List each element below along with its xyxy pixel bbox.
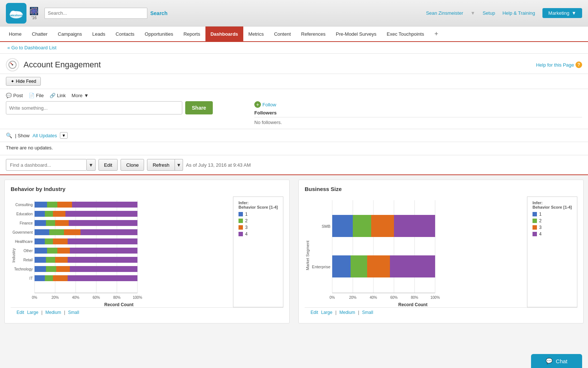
legend-swatch-3 <box>239 225 243 230</box>
svg-text:100%: 100% <box>133 296 142 300</box>
dashboard-icon <box>6 58 19 71</box>
behavior-edit-link[interactable]: Edit <box>17 310 24 315</box>
salesforce-cloud-icon: salesforce <box>9 8 24 18</box>
svg-rect-50 <box>35 257 46 263</box>
nav-campaigns[interactable]: Campaigns <box>53 26 87 41</box>
business-edit-link[interactable]: Edit <box>311 310 318 315</box>
page-title-area: Account Engagement <box>6 58 101 71</box>
business-chart-inner: Market Segment 0% 20% 40% 60% 80% 100% <box>305 197 577 307</box>
breadcrumb-link[interactable]: « Go to Dashboard List <box>7 45 57 50</box>
svg-rect-23 <box>72 202 137 208</box>
dashboard-search-wrapper: ▼ <box>6 159 96 171</box>
clone-button[interactable]: Clone <box>121 159 144 171</box>
nav-metrics[interactable]: Metrics <box>243 26 269 41</box>
svg-rect-42 <box>53 238 68 244</box>
search-button[interactable]: Search <box>150 10 168 16</box>
behavior-chart-svg: Industry 0% 20% 40% 60% 80% 100% <box>11 197 227 307</box>
more-button[interactable]: More ▼ <box>72 93 89 98</box>
business-large-link[interactable]: Large <box>321 310 333 315</box>
nav-home[interactable]: Home <box>4 26 27 41</box>
dashboard-search-dropdown[interactable]: ▼ <box>87 159 96 171</box>
svg-point-5 <box>12 64 13 66</box>
behavior-bar-chart: Industry 0% 20% 40% 60% 80% 100% <box>11 197 165 300</box>
svg-rect-27 <box>53 211 65 217</box>
behavior-small-link[interactable]: Small <box>68 310 79 315</box>
post-icon: 💬 <box>6 93 12 98</box>
nav-chatter[interactable]: Chatter <box>27 26 53 41</box>
legend-item-1: 1 <box>239 212 278 217</box>
svg-text:Enterprise: Enterprise <box>312 265 330 269</box>
nav-plus[interactable]: + <box>429 26 444 41</box>
chatter-area: 💬 Post 📄 File 🔗 Link More ▼ Share + Foll… <box>0 89 588 129</box>
nav-opportunities[interactable]: Opportunities <box>140 26 178 41</box>
nav-contacts[interactable]: Contacts <box>111 26 140 41</box>
marketing-dropdown-icon: ▼ <box>571 10 576 16</box>
business-chart-title: Business Size <box>305 186 577 192</box>
business-medium-link[interactable]: Medium <box>340 310 355 315</box>
svg-rect-85 <box>351 255 367 277</box>
no-followers-text: No followers. <box>254 120 582 125</box>
feed-section: ✦ Hide Feed <box>0 74 588 89</box>
svg-text:Government: Government <box>12 230 33 234</box>
nav-references[interactable]: References <box>296 26 330 41</box>
dashboard-search-input[interactable] <box>6 159 87 171</box>
refresh-dropdown[interactable]: ▼ <box>175 159 183 171</box>
behavior-medium-link[interactable]: Medium <box>46 310 61 315</box>
share-button[interactable]: Share <box>185 101 213 114</box>
nav-pre-model[interactable]: Pre-Model Surveys <box>331 26 382 41</box>
nav-reports[interactable]: Reports <box>178 26 205 41</box>
user-name[interactable]: Sean Zinsmeister <box>426 10 463 16</box>
svg-rect-31 <box>46 220 55 226</box>
search-input[interactable] <box>44 8 147 19</box>
post-button[interactable]: 💬 Post <box>6 93 23 98</box>
link-button[interactable]: 🔗 Link <box>50 93 66 98</box>
svg-text:SMB: SMB <box>322 224 330 229</box>
svg-rect-79 <box>332 215 353 237</box>
nav-dashboards[interactable]: Dashboards <box>205 26 243 41</box>
all-updates-link[interactable]: All Updates <box>33 133 57 138</box>
legend-swatch-4 <box>239 232 243 236</box>
help-training-link[interactable]: Help & Training <box>502 10 535 16</box>
svg-rect-47 <box>57 248 70 254</box>
biz-legend-swatch-1 <box>533 212 537 216</box>
dreamforce-logo: 🎆 '16 <box>29 7 39 20</box>
hide-feed-button[interactable]: ✦ Hide Feed <box>6 77 41 86</box>
business-small-link[interactable]: Small <box>362 310 373 315</box>
refresh-button[interactable]: Refresh <box>147 159 175 171</box>
file-button[interactable]: 📄 File <box>29 93 44 98</box>
svg-rect-32 <box>55 220 69 226</box>
write-input[interactable] <box>6 101 182 114</box>
follow-label: Follow <box>262 102 276 107</box>
svg-text:40%: 40% <box>72 296 79 300</box>
nav-leads[interactable]: Leads <box>87 26 110 41</box>
marketing-button[interactable]: Marketing ▼ <box>542 8 582 18</box>
behavior-chart-inner: Industry 0% 20% 40% 60% 80% 100% <box>11 197 283 307</box>
help-link[interactable]: Help for this Page ? <box>536 61 582 68</box>
business-bar-chart: Market Segment 0% 20% 40% 60% 80% 100% <box>305 197 459 300</box>
header-right: Sean Zinsmeister ▼ Setup Help & Training… <box>426 8 582 18</box>
svg-rect-57 <box>56 266 70 272</box>
behavior-large-link[interactable]: Large <box>27 310 39 315</box>
updates-dropdown[interactable]: ▼ <box>60 132 68 139</box>
svg-rect-52 <box>55 257 68 263</box>
behavior-chart-footer: Edit Large | Medium | Small <box>11 307 283 317</box>
svg-rect-22 <box>57 202 72 208</box>
file-label: File <box>36 93 44 98</box>
svg-rect-81 <box>371 215 394 237</box>
business-x-label: Record Count <box>305 302 521 307</box>
biz-legend-label-4: 4 <box>539 231 542 237</box>
svg-rect-62 <box>53 275 68 281</box>
edit-button[interactable]: Edit <box>98 159 118 171</box>
svg-text:40%: 40% <box>370 296 377 300</box>
top-header: salesforce 🎆 '16 Search Sean Zinsmeister… <box>0 0 588 26</box>
follow-button[interactable]: + Follow <box>254 101 276 108</box>
chatter-actions: 💬 Post 📄 File 🔗 Link More ▼ <box>6 93 582 98</box>
business-chart-panel: Business Size Market Segment 0% 20% 40% … <box>298 180 584 323</box>
svg-text:Technology: Technology <box>14 267 33 271</box>
nav-exec[interactable]: Exec Touchpoints <box>381 26 429 41</box>
legend-swatch-2 <box>239 219 243 223</box>
svg-rect-43 <box>68 238 137 244</box>
nav-content[interactable]: Content <box>269 26 296 41</box>
business-sep2: | <box>358 310 359 315</box>
setup-link[interactable]: Setup <box>483 10 495 16</box>
